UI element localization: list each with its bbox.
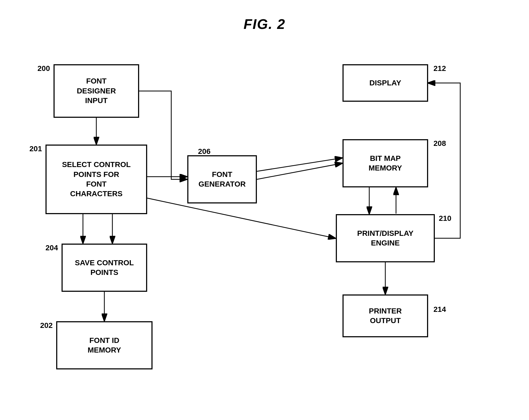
- label-202: 202: [40, 321, 53, 330]
- svg-line-9: [147, 198, 335, 238]
- label-204: 204: [45, 244, 58, 252]
- label-206: 206: [198, 147, 211, 156]
- font-generator-label: FONT GENERATOR: [199, 170, 246, 189]
- bit-map-memory-box: BIT MAP MEMORY: [342, 139, 428, 187]
- printer-output-label: PRINTER OUTPUT: [369, 306, 402, 326]
- label-208: 208: [433, 139, 446, 148]
- printer-output-box: PRINTER OUTPUT: [342, 294, 428, 337]
- page-title: FIG. 2: [0, 0, 529, 32]
- font-designer-input-box: FONT DESIGNER INPUT: [54, 64, 139, 118]
- print-display-engine-box: PRINT/DISPLAY ENGINE: [336, 214, 435, 262]
- display-label: DISPLAY: [370, 78, 401, 88]
- font-generator-box: FONT GENERATOR: [187, 155, 257, 203]
- label-201: 201: [29, 145, 42, 153]
- display-box: DISPLAY: [342, 64, 428, 102]
- bit-map-memory-label: BIT MAP MEMORY: [369, 154, 402, 173]
- label-214: 214: [433, 305, 446, 314]
- font-designer-input-label: FONT DESIGNER INPUT: [77, 76, 116, 105]
- select-control-points-box: SELECT CONTROL POINTS FOR FONT CHARACTER…: [45, 145, 147, 214]
- save-control-points-label: SAVE CONTROL POINTS: [75, 258, 134, 278]
- svg-line-7: [257, 163, 342, 179]
- select-control-points-label: SELECT CONTROL POINTS FOR FONT CHARACTER…: [62, 160, 131, 199]
- label-210: 210: [439, 214, 451, 223]
- font-id-memory-box: FONT ID MEMORY: [56, 321, 153, 369]
- save-control-points-box: SAVE CONTROL POINTS: [62, 244, 147, 292]
- font-id-memory-label: FONT ID MEMORY: [88, 336, 121, 355]
- label-212: 212: [433, 64, 446, 73]
- print-display-engine-label: PRINT/DISPLAY ENGINE: [357, 229, 414, 248]
- svg-line-12: [257, 158, 342, 171]
- label-200: 200: [37, 64, 50, 73]
